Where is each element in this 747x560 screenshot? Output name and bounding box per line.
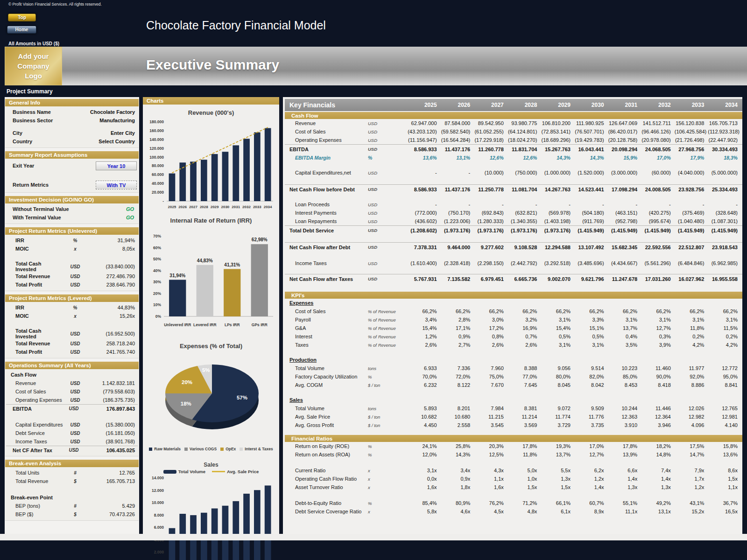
table-row: Debt-to-Equity Ratio%85,4%80,9%76,2%71,2… [285,499,742,507]
legend-swatch [240,448,243,451]
irr-chart-block: Internal Rate of Return (IRR)0%10%20%30%… [143,217,279,330]
metric-row: Income TaxesUSD(38.901.768) [6,437,138,446]
spacer [285,459,742,466]
spacer [285,252,742,259]
table-row: Avg. COGM$ / ton6.2328.1227.6707.6458.04… [285,381,742,389]
metric-row: Operating ExpensesUSD(186.375.735) [6,396,138,404]
year-column-header: 2030 [574,102,608,108]
left-section-6: Break-even AnalysisTotal Units#12.765Tot… [5,460,139,521]
spacer [6,485,138,493]
spacer [285,491,742,499]
expenses-pie: 57%18%20%5% [143,350,279,446]
home-button[interactable]: Home [7,26,36,34]
year-column-header: 2033 [675,102,708,108]
top-button[interactable]: Top [8,14,36,21]
svg-text:44,83%: 44,83% [197,258,213,263]
spacer [6,125,138,129]
expenses-pie-block: Expenses (% of Total) 57%18%20%5% Raw Ma… [143,343,279,451]
spacer [285,283,742,292]
amounts-note: All Amounts in USD ($) [8,41,59,46]
table-row: Current Ratiox3,1x3,4x4,3x5,0x5,5x6,2x6,… [285,466,742,475]
svg-text:180.000: 180.000 [149,119,164,124]
legend-swatch [184,448,188,451]
info-row: Business NameChocolate Factory [6,108,138,116]
metric-row: Capital ExpendituresUSD(15.380.000) [6,420,138,429]
svg-text:5%: 5% [202,367,210,373]
left-section-5: Operations Summary (All Years)Cash FlowR… [5,362,139,456]
table-row: Net Cash Flow after DebtUSD7.378.3319.46… [285,242,742,252]
spacer [285,267,742,274]
info-row: Business SectorManufacturing [6,116,138,125]
key-financials-header: Key Financials 2025202620272028202920302… [285,99,742,111]
metric-row: Total Revenue$165.705.713 [6,477,138,485]
revenue-chart: -20.00040.00060.00080.000100.000120.0001… [143,117,279,212]
table-row: Expenses [285,299,742,307]
svg-text:Levered IRR: Levered IRR [193,322,217,327]
legend-item: OpEx [220,447,236,451]
table-row: Loan RepaymentsUSD(436.602)(1.223.006)(1… [285,217,742,225]
svg-text:2.000: 2.000 [154,550,164,554]
metric-row: Total Units#12.765 [6,469,138,477]
table-row: Debt Service Coverage Ratiox5,8x4,6x4,5x… [285,507,742,516]
table-row: Total Volumetons5.8938.2017.9848.3819.07… [285,404,742,413]
revenue-chart-block: Revenue (000's)-20.00040.00060.00080.000… [143,109,279,212]
decision-row: With Terminal ValueGO [6,213,138,222]
svg-text:100.000: 100.000 [149,155,164,160]
year-column-header: 2029 [541,102,574,108]
table-row: Interest% of Revenue1,2%0,9%0,8%0,7%0,5%… [285,332,742,341]
section-header: Project Return Metrics (Unlevered) [5,227,139,235]
left-section-0: General InfoBusiness NameChocolate Facto… [5,99,139,148]
section-header: Operations Summary (All Years) [5,362,139,369]
column-divider [139,97,143,534]
year-column-header: 2032 [641,102,675,108]
sub-header: Break-even Point [6,493,138,502]
table-row: Factory Capacity Utilization%70,0%72,0%7… [285,372,742,381]
left-section-1: Summary Report AssumptionsExit YearYear … [5,151,139,193]
svg-text:2029: 2029 [211,205,219,209]
sales-chart-title: Sales [143,462,279,468]
svg-text:70%: 70% [153,234,161,238]
go-status: GO [73,215,137,220]
metric-row: MOICx15,26x [6,312,138,320]
year-column-header: 2031 [608,102,641,108]
svg-text:Unlevered IRR: Unlevered IRR [164,322,191,327]
decision-row: Without Terminal ValueGO [6,205,138,213]
table-row: Cost of SalesUSD(43.203.120)(59.582.540)… [285,127,742,136]
year-column-header: 2027 [474,102,507,108]
charts-header: Charts [143,97,279,105]
spacer [285,429,742,435]
table-row: Payroll% of Revenue3,4%2,8%3,0%3,2%3,1%3… [285,315,742,324]
table-row: G&A% of Revenue15,4%17,1%17,2%16,9%15,4%… [285,324,742,332]
spacer [285,162,742,168]
info-row: CountrySelect Country [6,137,138,146]
svg-text:40%: 40% [153,268,161,273]
year-column-header: 2028 [507,102,541,108]
banner-row: Add your Company Logo Executive Summary [5,47,747,85]
spacer [285,177,742,184]
section-header: Investment Decision (GO/NO GO) [5,196,139,203]
svg-text:18%: 18% [181,401,191,406]
dropdown-return-metrics[interactable]: With TV [96,181,137,189]
svg-text:2031: 2031 [232,205,240,209]
spacer [6,171,138,179]
legend-item: Total Volume [163,469,205,474]
year-column-header: 2026 [441,102,474,108]
table-row: Interest PaymentsUSD(772.000)(750.170)(6… [285,209,742,217]
svg-text:120.000: 120.000 [149,146,164,151]
metric-row: EBITDAUSD176.897.843 [6,404,138,413]
assumption-row: Exit YearYear 10 [6,160,138,171]
table-row: Avg. Gross Profit$ / ton4.4502.5583.5453… [285,421,742,429]
table-row: Net Cash Flow before DebtUSD8.586.93311.… [285,184,742,194]
svg-text:2032: 2032 [242,205,251,209]
company-logo-placeholder[interactable]: Add your Company Logo [5,47,62,85]
dropdown-exit-year[interactable]: Year 10 [96,161,137,170]
metric-row: IRR%44,83% [6,303,138,312]
legend-swatch [163,470,176,474]
charts-panel: Charts Revenue (000's)-20.00040.00060.00… [143,97,279,534]
sales-chart-block: SalesTotal VolumeAvg. Sale Price-2.0004.… [143,462,279,560]
svg-text:2026: 2026 [178,205,187,209]
left-section-2: Investment Decision (GO/NO GO)Without Te… [5,196,139,224]
svg-text:14.000: 14.000 [152,476,164,480]
metric-row: Total Cash InvestedUSD(16.952.500) [6,328,138,339]
svg-text:40.000: 40.000 [152,181,164,186]
